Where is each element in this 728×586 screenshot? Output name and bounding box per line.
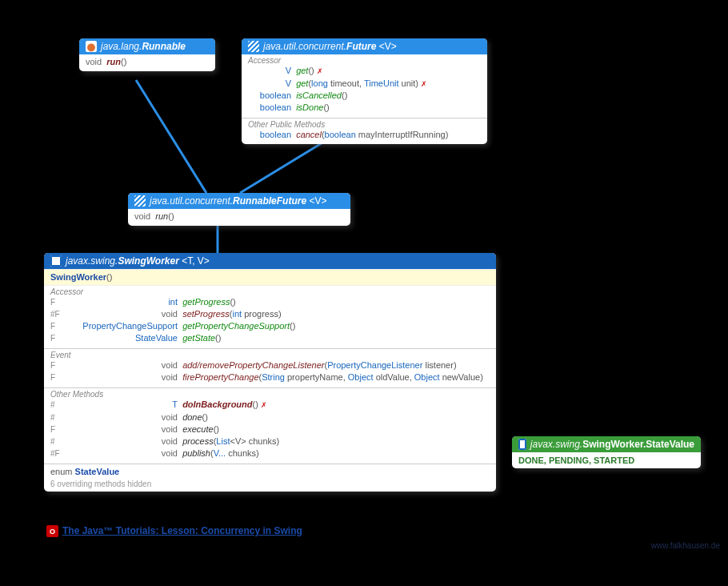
- enum-icon: [518, 439, 526, 450]
- type-title: javax.swing.SwingWorker.StateValue: [530, 439, 694, 450]
- footer-link[interactable]: The Java™ Tutorials: Lesson: Concurrency…: [62, 525, 302, 536]
- box-body: Fint getProgress() #Fvoid setProgress(in…: [44, 296, 496, 347]
- box-swingworker: javax.swing.SwingWorker <T, V> SwingWork…: [44, 253, 496, 492]
- section-label: Other Public Methods: [242, 118, 487, 129]
- constructor-row: SwingWorker(): [44, 269, 496, 286]
- box-body: boolean cancel(boolean mayInterruptIfRun…: [242, 129, 487, 144]
- method-row: boolean isCancelled(): [248, 90, 481, 102]
- enum-row: enum StateValue: [44, 464, 496, 479]
- hidden-methods-row: 6 overriding methods hidden: [44, 479, 496, 492]
- box-runnable: java.lang.Runnable void run(): [79, 38, 215, 71]
- method-row: #T doInBackground() ✗: [50, 399, 490, 411]
- section-label: Accessor: [242, 54, 487, 65]
- type-title: java.lang.Runnable: [101, 41, 186, 52]
- method-row: V get() ✗: [248, 65, 481, 78]
- box-statevalue: javax.swing.SwingWorker.StateValue DONE,…: [512, 436, 701, 468]
- method-row: Fvoid add/removePropertyChangeListener(P…: [50, 359, 490, 371]
- box-header: java.util.concurrent.Future <V>: [242, 38, 487, 54]
- box-body: V get() ✗ V get(long timeout, TimeUnit u…: [242, 65, 487, 117]
- interface-icon: [248, 41, 259, 52]
- box-header: java.lang.Runnable: [79, 38, 215, 54]
- method-row: void run(): [86, 56, 209, 68]
- watermark: www.falkhausen.de: [651, 541, 720, 550]
- method-row: Fvoid firePropertyChange(String property…: [50, 371, 490, 383]
- method-row: V get(long timeout, TimeUnit unit) ✗: [248, 78, 481, 90]
- method-row: Fvoid execute(): [50, 423, 490, 435]
- type-title: java.util.concurrent.RunnableFuture <V>: [150, 195, 326, 207]
- method-row: FPropertyChangeSupport getPropertyChange…: [50, 320, 490, 332]
- method-row: Fint getProgress(): [50, 296, 490, 308]
- method-row: #Fvoid setProgress(int progress): [50, 308, 490, 320]
- box-body: #T doInBackground() ✗ #void done() Fvoid…: [44, 399, 496, 463]
- section-label: Other Methods: [44, 387, 496, 399]
- box-header: java.util.concurrent.RunnableFuture <V>: [128, 193, 350, 209]
- class-icon: [50, 255, 62, 267]
- method-row: #Fvoid publish(V... chunks): [50, 448, 490, 460]
- box-future: java.util.concurrent.Future <V> Accessor…: [242, 38, 487, 144]
- box-body: void run(): [128, 209, 350, 226]
- box-body: void run(): [79, 54, 215, 71]
- method-row: FStateValue getState(): [50, 332, 490, 344]
- oracle-icon: O: [46, 525, 58, 537]
- section-label: Event: [44, 348, 496, 359]
- svg-line-1: [240, 139, 328, 193]
- type-title: java.util.concurrent.Future <V>: [263, 41, 397, 52]
- section-label: Accessor: [44, 286, 496, 296]
- box-header: javax.swing.SwingWorker.StateValue: [512, 436, 701, 452]
- method-row: boolean isDone(): [248, 102, 481, 114]
- box-runnablefuture: java.util.concurrent.RunnableFuture <V> …: [128, 193, 350, 226]
- enum-values: DONE, PENDING, STARTED: [512, 452, 701, 468]
- box-body: Fvoid add/removePropertyChangeListener(P…: [44, 359, 496, 387]
- method-row: #void done(): [50, 411, 490, 423]
- interface-icon: [86, 41, 97, 52]
- method-row: boolean cancel(boolean mayInterruptIfRun…: [248, 129, 481, 141]
- method-row: #void process(List<V> chunks): [50, 435, 490, 448]
- interface-icon: [134, 195, 146, 207]
- box-header: javax.swing.SwingWorker <T, V>: [44, 253, 496, 269]
- method-row: void run(): [134, 211, 344, 223]
- type-title: javax.swing.SwingWorker <T, V>: [66, 255, 210, 267]
- svg-line-0: [136, 80, 206, 193]
